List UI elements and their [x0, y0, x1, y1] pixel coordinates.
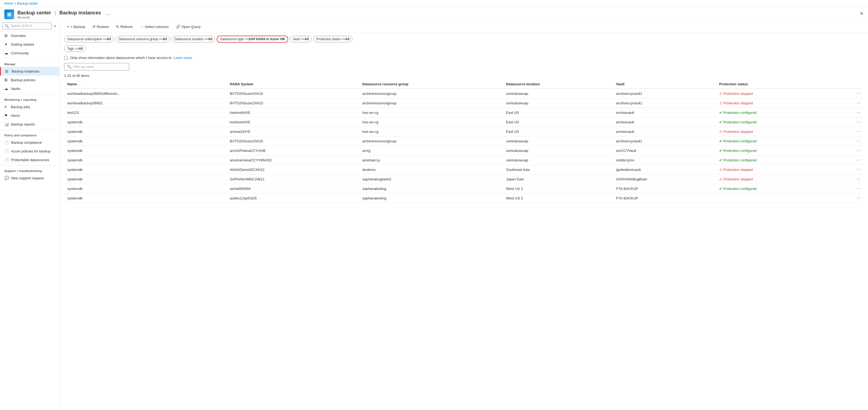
alerts-icon: ⚑	[4, 113, 9, 118]
sidebar-item-getting-started[interactable]: ✦ Getting started	[0, 40, 60, 49]
protection-status-stopped: ⚠Protection stopped	[719, 177, 833, 181]
cell-actions[interactable]: ···	[836, 194, 864, 203]
filter-resource-group[interactable]: Datasource resource group == All	[116, 36, 170, 42]
cell-name: systemdb	[64, 174, 226, 184]
filter-input-box[interactable]: 🔍	[64, 63, 129, 70]
community-icon: ☁	[4, 51, 9, 55]
overview-icon: ⊞	[4, 33, 9, 38]
sidebar-item-backup-instances[interactable]: ⊟ Backup instances	[0, 67, 60, 76]
table-row: workloadbackup36801differentn... BVTD2HS…	[64, 89, 864, 98]
cell-resource-group: saphanatesting	[359, 194, 503, 203]
cell-vault: archiveccyvault1	[613, 137, 716, 146]
backup-instances-icon: ⊟	[5, 69, 9, 74]
cell-actions[interactable]: ···	[836, 184, 864, 194]
vaults-icon: ☁	[4, 86, 9, 91]
filter-by-name-input[interactable]	[73, 65, 126, 69]
protection-status-configured: ✔Protection configured	[719, 187, 833, 191]
cell-actions[interactable]: ···	[836, 127, 864, 137]
col-location: Datasource location	[503, 80, 613, 89]
cell-hana-system: hxehost\HXE	[226, 108, 359, 117]
cell-vault: arvhxevault	[613, 108, 716, 117]
backup-button[interactable]: + + Backup	[64, 23, 88, 30]
select-columns-button[interactable]: → Select columns	[137, 23, 172, 30]
check-icon: ✔	[719, 187, 722, 191]
collapse-button[interactable]: «	[53, 22, 57, 29]
check-icon: ✔	[719, 158, 722, 162]
header-ellipsis-button[interactable]: ···	[106, 12, 111, 18]
getting-started-icon: ✦	[4, 42, 9, 47]
cell-actions[interactable]: ···	[836, 137, 864, 146]
sidebar-item-label-community: Community	[11, 51, 29, 55]
cell-actions[interactable]: ···	[836, 117, 864, 127]
breadcrumb-separator: >	[14, 2, 16, 5]
breadcrumb-current[interactable]: Backup center	[17, 2, 38, 5]
sidebar-item-community[interactable]: ☁ Community	[0, 49, 60, 57]
cell-protection-status: ✔Protection configured	[716, 137, 836, 146]
filter-type[interactable]: Datasource type == SAP HANA in Azure VM	[217, 36, 288, 43]
cell-resource-group: arvrg	[359, 146, 503, 155]
filter-tags[interactable]: Tags == All	[64, 46, 86, 52]
cell-actions[interactable]: ···	[836, 155, 864, 165]
cell-location: East US	[503, 127, 613, 137]
sidebar-item-vaults[interactable]: ☁ Vaults	[0, 84, 60, 93]
breadcrumb-home[interactable]: Home	[4, 2, 13, 5]
header-title: Backup center | Backup instances	[18, 10, 101, 16]
select-columns-icon: →	[140, 25, 144, 29]
warning-icon: ⚠	[719, 177, 722, 181]
search-input[interactable]	[10, 24, 49, 28]
table-row: systemdb arvSAPHanaCCY\XHE arvrg central…	[64, 146, 864, 155]
sidebar-item-backup-jobs[interactable]: ≡ Backup jobs	[0, 102, 60, 111]
restore-button[interactable]: ↺ Restore	[89, 23, 112, 30]
cell-protection-status: ⚠Protection stopped	[716, 89, 836, 98]
protection-status-stopped: ⚠Protection stopped	[719, 129, 833, 134]
cell-vault: archiveccyvault1	[613, 98, 716, 108]
table-row: systemdb azrhel84\R84 saphanatesting Wes…	[64, 184, 864, 194]
sidebar-item-backup-compliance[interactable]: 📄 Backup compliance	[0, 138, 60, 147]
cell-resource-group: hxe-arv-rg	[359, 127, 503, 137]
col-name[interactable]: Name ↓	[64, 80, 226, 89]
azure-policies-icon: 📄	[4, 149, 9, 153]
sidebar-item-new-support-request[interactable]: 💬 New support request	[0, 174, 60, 182]
cell-vault: FTA-BACKUP	[613, 194, 716, 203]
cell-protection-status: ✔Protection configured	[716, 108, 836, 117]
warning-icon: ⚠	[719, 101, 722, 105]
refresh-button[interactable]: ↻ Refresh	[113, 23, 136, 30]
sidebar-item-label-backup-jobs: Backup jobs	[11, 105, 30, 109]
sidebar-item-backup-policies[interactable]: ⊞ Backup policies	[0, 76, 60, 84]
open-query-button[interactable]: 🔗 Open Query	[173, 23, 204, 30]
filter-location[interactable]: Datasource location == All	[172, 36, 215, 42]
sidebar-item-azure-policies[interactable]: 📄 Azure policies for backup	[0, 147, 60, 155]
sidebar-item-backup-reports[interactable]: 📊 Backup reports	[0, 120, 60, 128]
learn-more-link[interactable]: Learn more.	[174, 56, 193, 60]
cell-protection-status: ⚠Protection stopped	[716, 165, 836, 174]
cell-protection-status: ⚠Protection stopped	[716, 98, 836, 108]
cell-actions[interactable]: ···	[836, 174, 864, 184]
cell-location: centraluseuap	[503, 137, 613, 146]
sidebar-item-overview[interactable]: ⊞ Overview	[0, 31, 60, 40]
cell-actions[interactable]: ···	[836, 89, 864, 98]
cell-actions[interactable]: ···	[836, 98, 864, 108]
cell-actions[interactable]: ···	[836, 108, 864, 117]
cell-vault: ignitedemovault	[613, 165, 716, 174]
datasource-access-checkbox[interactable]	[64, 56, 68, 60]
check-icon: ✔	[719, 149, 722, 153]
cell-actions[interactable]: ···	[836, 146, 864, 155]
col-protection-status: Protection status	[716, 80, 836, 89]
filter-bar: 🔍	[60, 62, 868, 72]
cell-actions[interactable]: ···	[836, 165, 864, 174]
sidebar-item-alerts[interactable]: ⚑ Alerts	[0, 111, 60, 120]
protection-status-stopped: ⚠Protection stopped	[719, 101, 833, 105]
sidebar-search-box[interactable]: 🔍	[2, 23, 52, 29]
cell-name: systemdb	[64, 127, 226, 137]
cell-hana-system: HANADemoIDC3\H22	[226, 165, 359, 174]
backup-jobs-icon: ≡	[4, 105, 9, 109]
filter-vault[interactable]: Vault == All	[290, 36, 312, 42]
filter-protection-status[interactable]: Protection status == All	[313, 36, 352, 42]
close-button[interactable]: ✕	[860, 10, 864, 17]
cell-hana-system: hxehost\HXE	[226, 117, 359, 127]
sidebar-item-label-alerts: Alerts	[11, 114, 20, 118]
cell-resource-group: archiveresourcegroup	[359, 98, 503, 108]
filter-subscription[interactable]: Datasource subscription == All	[64, 36, 114, 42]
sidebar-item-protectable-datasources[interactable]: 📄 Protectable datasources	[0, 155, 60, 164]
table-row: systemdb arvhxe2\HYE hxe-arv-rg East US …	[64, 127, 864, 137]
